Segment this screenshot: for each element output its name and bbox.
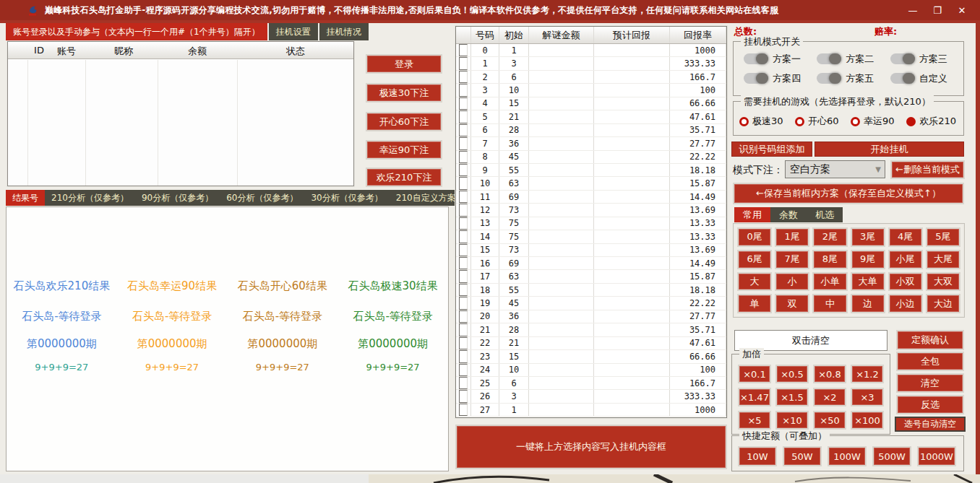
pick-button[interactable]: 边 [851,294,885,313]
quick-amount-button[interactable]: 1000W [917,446,956,466]
pick-button[interactable]: 大单 [851,272,885,292]
multiplier-button[interactable]: ×0.5 [775,365,809,383]
left-tab[interactable]: 挂机设置 [269,23,318,40]
toggle-switch[interactable] [817,53,841,64]
multiplier-button[interactable]: ×0.8 [813,365,846,383]
recognize-add-button[interactable]: 识别号码组添加 [731,142,812,157]
toggle-switch[interactable] [890,73,915,84]
row-checkbox[interactable] [459,404,468,416]
pick-button[interactable]: 6尾 [737,250,772,269]
row-checkbox[interactable] [459,230,468,243]
multiplier-button[interactable]: ×0.1 [738,365,771,383]
action-button[interactable]: 登录 [366,54,442,74]
row-checkbox[interactable] [459,110,468,123]
write-to-hangup-box-button[interactable]: 一键将上方选择内容写入挂机内容框 [455,425,727,469]
action-button[interactable]: 欢乐210下注 [366,167,442,187]
game-radio-item[interactable]: 欢乐210 [906,115,956,128]
row-checkbox[interactable] [459,364,468,376]
result-tab[interactable]: 210自定义方案 [390,190,463,206]
side-action-button[interactable]: 反选 [896,395,964,414]
game-radio-item[interactable]: 极速30 [739,115,783,128]
auto-clear-button[interactable]: 选号自动清空 [895,417,966,432]
save-plan-button[interactable]: ←保存当前框内方案（保存至自定义模式↑） [733,183,964,204]
toggle-switch[interactable] [744,53,768,64]
pick-tab[interactable]: 常用 [734,207,770,222]
pick-button[interactable]: 1尾 [775,227,809,247]
row-checkbox[interactable] [459,377,468,389]
close-button[interactable]: ✕ [950,1,974,19]
row-checkbox[interactable] [459,151,468,163]
pick-button[interactable]: 5尾 [926,227,960,247]
pick-button[interactable]: 小单 [812,272,847,292]
row-checkbox[interactable] [459,244,468,256]
result-tab[interactable]: 90分析（仅参考） [135,190,220,206]
result-tab[interactable]: 结果号 [6,190,45,206]
pick-button[interactable]: 小双 [888,272,923,292]
row-checkbox[interactable] [459,164,468,176]
row-checkbox[interactable] [459,137,468,149]
row-checkbox[interactable] [459,257,468,269]
maximize-button[interactable]: ❐ [925,1,950,19]
row-checkbox[interactable] [459,297,468,309]
pick-button[interactable]: 小边 [888,294,923,313]
plan-select[interactable]: 空白方案 ▼ [785,160,885,178]
side-action-button[interactable]: 清空 [896,373,964,393]
radio-button[interactable] [795,117,804,126]
multiplier-button[interactable]: ×1.47 [738,388,771,406]
multiplier-button[interactable]: ×3 [851,388,884,406]
toggle-switch[interactable] [890,53,915,64]
pick-button[interactable]: 2尾 [812,227,847,247]
game-radio-item[interactable]: 幸运90 [851,115,895,128]
row-checkbox[interactable] [459,350,468,362]
row-checkbox[interactable] [459,57,468,69]
side-action-button[interactable]: 全包 [896,352,964,371]
left-tab[interactable]: 账号登录以及手动参与（文本内一行一个用#（1个井号）隔开） [6,23,267,40]
pick-button[interactable]: 双 [775,294,809,313]
result-tab[interactable]: 30分析（仅参考） [304,190,389,206]
pick-tab[interactable]: 机选 [807,207,843,222]
multiplier-button[interactable]: ×50 [813,411,846,430]
row-checkbox[interactable] [459,71,468,83]
row-checkbox[interactable] [459,191,468,203]
result-tab[interactable]: 60分析（仅参考） [220,190,304,206]
row-checkbox[interactable] [459,97,468,110]
pick-button[interactable]: 8尾 [812,250,847,269]
start-hangup-button[interactable]: 开始挂机 [814,142,964,157]
row-checkbox[interactable] [459,337,468,349]
row-checkbox[interactable] [459,124,468,136]
radio-button[interactable] [739,117,749,126]
pick-button[interactable]: 3尾 [851,227,885,247]
row-checkbox[interactable] [459,323,468,336]
row-checkbox[interactable] [459,270,468,282]
row-checkbox[interactable] [459,204,468,216]
quick-amount-button[interactable]: 100W [828,446,867,466]
row-checkbox[interactable] [459,310,468,323]
quick-amount-button[interactable]: 500W [872,446,911,466]
pick-button[interactable]: 7尾 [775,250,809,269]
pick-button[interactable]: 单 [737,294,772,313]
multiplier-button[interactable]: ×100 [851,411,884,430]
game-radio-item[interactable]: 开心60 [795,115,839,128]
row-checkbox[interactable] [459,84,468,96]
minimize-button[interactable]: — [901,1,925,19]
multiplier-button[interactable]: ×1.5 [775,388,809,406]
action-button[interactable]: 幸运90下注 [366,140,442,160]
quick-amount-button[interactable]: 10W [738,446,777,466]
fixed-confirm-button[interactable]: 定额确认 [896,330,964,350]
result-tab[interactable]: 210分析（仅参考） [45,190,135,206]
pick-button[interactable]: 9尾 [851,250,885,269]
quick-amount-button[interactable]: 50W [783,446,822,466]
left-tab[interactable]: 挂机情况 [319,23,369,40]
pick-button[interactable]: 大 [737,272,772,292]
pick-button[interactable]: 小 [775,272,809,292]
radio-button[interactable] [851,117,860,126]
row-checkbox[interactable] [459,177,468,189]
pick-tab[interactable]: 余数 [770,207,807,222]
row-checkbox[interactable] [459,44,468,56]
delete-mode-button[interactable]: ←删除当前模式 [890,160,965,179]
multiplier-button[interactable]: ×1.2 [851,365,884,383]
action-button[interactable]: 极速30下注 [366,83,442,103]
row-checkbox[interactable] [459,217,468,230]
multiplier-button[interactable]: ×10 [775,411,809,430]
radio-button[interactable] [906,117,916,126]
